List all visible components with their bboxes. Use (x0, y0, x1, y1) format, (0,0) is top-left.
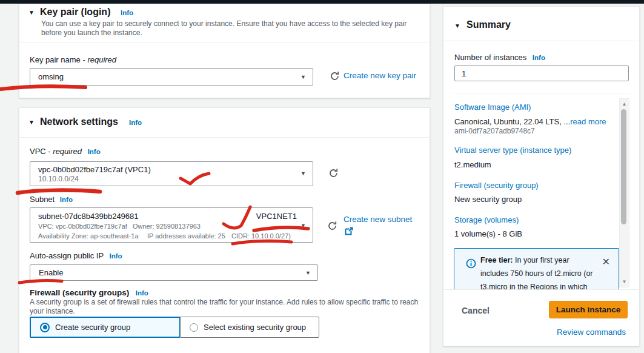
number-of-instances-info-link[interactable]: Info (533, 54, 545, 61)
instance-type-label-link[interactable]: Virtual server type (instance type) (454, 146, 571, 155)
chevron-down-icon: ▼ (300, 74, 306, 80)
subnet-ips-available: IP addresses available: 25 (147, 232, 225, 240)
create-security-group-label: Create security group (55, 323, 130, 332)
scrollbar-thumb[interactable] (621, 109, 626, 224)
vpc-label: VPC - (30, 147, 53, 156)
subnet-label: Subnet (30, 195, 55, 204)
subnet-name: VPC1NET1 (256, 212, 297, 221)
vpc-selected-value: vpc-0b0bd02fbe719c7af (VPC1) (38, 165, 151, 174)
chevron-down-icon: ▼ (300, 223, 306, 229)
radio-unselected-icon[interactable] (190, 323, 198, 332)
ami-id: ami-0df7a207adb9748c7 (454, 127, 535, 135)
subnet-info-link[interactable]: Info (60, 196, 73, 203)
radio-selected-icon[interactable] (40, 323, 50, 332)
subnet-vpc: VPC: vpc-0b0bd02fbe719c7af (38, 223, 127, 230)
firewall-label: Firewall (security groups) (30, 288, 129, 297)
launch-instance-button[interactable]: Launch instance (549, 301, 628, 318)
summary-scrollbar[interactable]: ▲ ▼ (619, 98, 629, 287)
select-existing-security-group-option[interactable]: Select existing security group (180, 317, 319, 338)
key-pair-name-label: Key pair name - (30, 55, 87, 64)
subnet-id: subnet-07dc8b439bb249681 (38, 212, 139, 221)
firewall-group-label-link[interactable]: Firewall (security group) (454, 181, 539, 190)
key-pair-description: You can use a key pair to securely conne… (41, 19, 422, 38)
auto-assign-ip-value: Enable (39, 268, 63, 277)
chevron-down-icon: ▼ (305, 270, 311, 276)
create-new-key-pair-link[interactable]: Create new key pair (344, 71, 416, 80)
review-commands-link[interactable]: Review commands (557, 328, 626, 337)
key-pair-info-link[interactable]: Info (121, 9, 133, 16)
subnet-az: Availability Zone: ap-southeast-1a (38, 232, 139, 240)
collapse-triangle-icon[interactable]: ▼ (28, 119, 35, 126)
vpc-info-link[interactable]: Info (88, 148, 101, 155)
instance-type-value: t2.medium (454, 160, 491, 169)
external-link-icon[interactable] (345, 227, 353, 238)
refresh-icon[interactable] (328, 168, 339, 181)
key-pair-card: ▼ Key pair (login) Info You can use a ke… (19, 4, 430, 98)
refresh-icon[interactable] (327, 221, 337, 234)
collapse-triangle-icon[interactable]: ▼ (28, 9, 35, 16)
key-pair-section-title: Key pair (login) (40, 7, 110, 18)
firewall-group-value: New security group (454, 195, 522, 204)
network-settings-info-link[interactable]: Info (129, 119, 142, 126)
number-of-instances-label: Number of instances (454, 53, 526, 62)
create-new-subnet-link[interactable]: Create new subnet (344, 215, 412, 224)
vpc-selected-cidr: 10.10.0.0/24 (38, 175, 79, 183)
auto-assign-ip-info-link[interactable]: Info (110, 252, 122, 260)
network-settings-card: ▼ Network settings Info VPC - required I… (19, 107, 430, 353)
required-word: required (53, 147, 82, 156)
network-settings-section-title: Network settings (40, 116, 118, 127)
cancel-button[interactable]: Cancel (462, 306, 490, 315)
summary-card: ▼ Summary Number of instances Info Softw… (443, 6, 640, 346)
divider (19, 42, 430, 42)
auto-assign-ip-label: Auto-assign public IP (30, 251, 104, 260)
free-tier-bold: Free tier: (480, 256, 513, 264)
scroll-up-icon[interactable]: ▲ (620, 101, 629, 107)
required-word: required (87, 55, 116, 64)
storage-value: 1 volume(s) - 8 GiB (454, 229, 522, 238)
storage-label-link[interactable]: Storage (volumes) (454, 215, 519, 224)
chevron-down-icon: ▼ (300, 170, 306, 176)
divider (443, 41, 639, 41)
launch-instance-page: ▼ Key pair (login) Info You can use a ke… (0, 0, 644, 353)
ami-label-link[interactable]: Software Image (AMI) (454, 103, 531, 112)
info-circle-icon (466, 258, 476, 271)
subnet-select[interactable]: subnet-07dc8b439bb249681 VPC1NET1 VPC: v… (30, 207, 313, 243)
auto-assign-ip-select[interactable]: Enable ▼ (30, 264, 318, 281)
divider (19, 137, 430, 138)
divider (452, 93, 631, 93)
number-of-instances-input[interactable] (454, 66, 629, 81)
key-pair-select[interactable]: omsing ▼ (30, 68, 313, 86)
firewall-description: A security group is a set of firewall ru… (30, 298, 423, 316)
collapse-triangle-icon[interactable]: ▼ (454, 22, 460, 29)
subnet-owner: Owner: 925908137963 (133, 223, 201, 230)
key-pair-selected-value: omsing (38, 72, 64, 81)
select-existing-security-group-label: Select existing security group (204, 323, 306, 332)
create-security-group-option[interactable]: Create security group (30, 317, 181, 338)
subnet-cidr: CIDR: 10.10.0.0/27) (231, 232, 291, 240)
vpc-select[interactable]: vpc-0b0bd02fbe719c7af (VPC1) 10.10.0.0/2… (30, 161, 313, 186)
summary-section-title: Summary (466, 19, 511, 30)
refresh-icon[interactable] (330, 71, 340, 84)
summary-footer: Cancel Launch instance Review commands (443, 289, 638, 346)
close-icon[interactable]: ✕ (602, 256, 610, 267)
firewall-info-link[interactable]: Info (136, 289, 148, 297)
scroll-down-icon[interactable]: ▼ (620, 279, 629, 284)
read-more-link[interactable]: read more (570, 117, 606, 126)
ami-description: Canonical, Ubuntu, 22.04 LTS, ... (454, 117, 570, 126)
